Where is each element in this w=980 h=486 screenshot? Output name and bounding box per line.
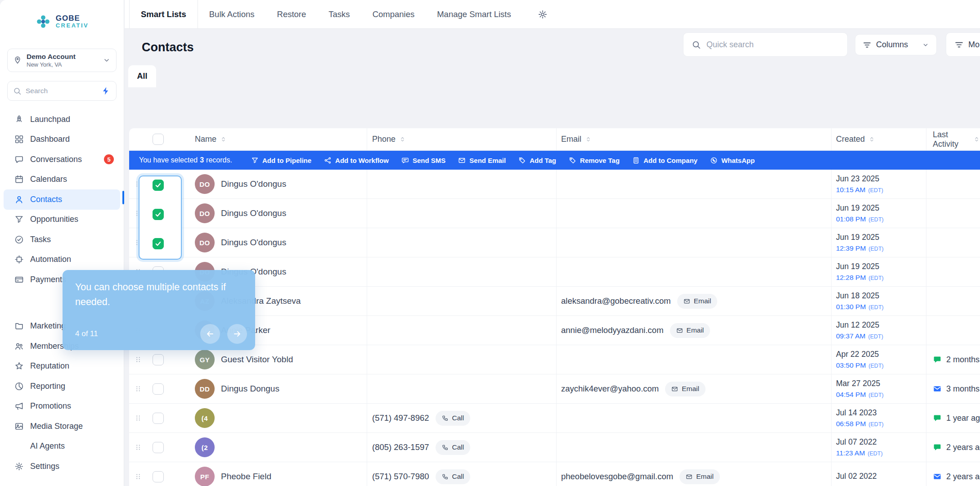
row-drag-handle[interactable] <box>129 433 147 462</box>
sidebar-item-calendars[interactable]: Calendars <box>4 170 120 190</box>
column-header-name[interactable]: Name <box>169 128 367 150</box>
sidebar-item-settings[interactable]: Settings <box>4 456 120 477</box>
tab-companies[interactable]: Companies <box>361 0 426 28</box>
avatar: DO <box>195 174 215 194</box>
row-drag-handle[interactable] <box>129 404 147 432</box>
contact-name[interactable]: Dingus Dongus <box>221 384 279 394</box>
column-label: Created <box>836 135 865 144</box>
brand-logo: GOBE CREATIV <box>0 11 124 32</box>
sidebar-search[interactable] <box>7 81 117 101</box>
row-checkbox[interactable] <box>153 471 164 482</box>
call-button[interactable]: Call <box>436 411 471 426</box>
tab-restore[interactable]: Restore <box>266 0 318 28</box>
tooltip-prev-button[interactable] <box>200 324 220 344</box>
column-header-created[interactable]: Created <box>831 128 926 150</box>
contact-name[interactable]: Dingus O'dongus <box>221 238 286 248</box>
call-button[interactable]: Call <box>436 440 471 455</box>
contact-name[interactable]: Guest Visitor Yobld <box>221 355 293 364</box>
email-button[interactable]: Email <box>665 382 706 396</box>
sidebar-item-label: Calendars <box>30 175 67 184</box>
tab-all[interactable]: All <box>128 65 156 87</box>
row-checkbox[interactable] <box>153 354 164 365</box>
sort-icon <box>868 136 875 143</box>
columns-button[interactable]: Columns <box>855 34 937 55</box>
table-body: DODingus O'dongusJun 23 202510:15 AM(EDT… <box>129 170 980 486</box>
sidebar-item-contacts[interactable]: Contacts <box>4 189 120 210</box>
email-button[interactable]: Email <box>677 294 718 309</box>
sidebar-item-label: Reputation <box>30 361 69 371</box>
whatsapp-action[interactable]: WhatsApp <box>710 157 755 164</box>
email-button[interactable]: Email <box>670 323 710 338</box>
sidebar-item-media-storage[interactable]: Media Storage <box>4 416 120 436</box>
selected-row-checkbox[interactable] <box>153 180 164 191</box>
brand-logo-icon <box>35 14 51 30</box>
add-to-company-action[interactable]: Add to Company <box>632 157 697 164</box>
contact-name[interactable]: Dingus O'dongus <box>221 208 286 218</box>
add-to-pipeline-action[interactable]: Add to Pipeline <box>251 157 311 164</box>
more-filters-button[interactable]: Mo <box>946 32 980 57</box>
sidebar-item-tasks[interactable]: Tasks <box>4 230 120 250</box>
created-date: Jun 12 2025 <box>836 320 879 330</box>
table-row: GYGuest Visitor YobldApr 22 202503:50 PM… <box>129 345 980 374</box>
mail-filled-icon <box>933 472 942 481</box>
email-button[interactable]: Email <box>679 469 720 484</box>
send-email-action[interactable]: Send Email <box>458 157 506 164</box>
sidebar-search-input[interactable] <box>26 87 97 95</box>
account-switcher[interactable]: Demo Account New York, VA <box>7 49 117 72</box>
tooltip-next-button[interactable] <box>227 324 247 344</box>
created-cell: Jun 19 202512:39 PM(EDT) <box>831 228 926 257</box>
image-icon <box>14 422 24 431</box>
tab-tasks[interactable]: Tasks <box>317 0 361 28</box>
tab-smart-lists[interactable]: Smart Lists <box>129 0 198 28</box>
sidebar-item-promotions[interactable]: Promotions <box>4 396 120 417</box>
row-checkbox[interactable] <box>153 383 164 395</box>
chat-icon <box>14 155 24 164</box>
star-icon <box>14 361 24 371</box>
quick-search-input[interactable] <box>706 40 839 50</box>
ai-search-icon[interactable] <box>101 86 111 96</box>
created-date: Jul 07 2022 <box>836 437 877 447</box>
sidebar-item-reporting[interactable]: Reporting <box>4 376 120 396</box>
sidebar-item-ai-agents[interactable]: AI Agents <box>4 436 120 457</box>
gear-icon[interactable] <box>538 9 548 19</box>
last-activity-text: 1 year ago <box>946 414 980 423</box>
column-label: Email <box>561 135 581 144</box>
email-cell <box>556 433 831 462</box>
sidebar-item-opportunities[interactable]: Opportunities <box>4 210 120 230</box>
row-drag-handle[interactable] <box>129 462 147 486</box>
send-sms-action[interactable]: Send SMS <box>401 157 445 164</box>
contact-name[interactable]: Pheobe Field <box>221 472 271 482</box>
remove-tag-action[interactable]: Remove Tag <box>569 157 620 164</box>
contact-name[interactable]: Dingus O'dongus <box>221 179 286 189</box>
selected-row-checkbox[interactable] <box>153 238 164 249</box>
email-label: Email <box>682 385 699 393</box>
sidebar-item-launchpad[interactable]: Launchpad <box>4 109 120 130</box>
add-tag-action[interactable]: Add Tag <box>518 157 556 164</box>
sidebar-item-dashboard[interactable]: Dashboard <box>4 130 120 150</box>
created-cell: Jun 18 202501:30 PM(EDT) <box>831 287 926 315</box>
select-all-checkbox[interactable] <box>153 134 164 145</box>
sidebar-item-automation[interactable]: Automation <box>4 250 120 270</box>
add-to-workflow-action[interactable]: Add to Workflow <box>324 157 389 164</box>
tab-bulk-actions[interactable]: Bulk Actions <box>198 0 266 28</box>
quick-search[interactable] <box>683 32 848 57</box>
row-drag-handle[interactable] <box>129 374 147 403</box>
column-header-phone[interactable]: Phone <box>367 128 556 150</box>
table-row: DODingus O'dongusJun 19 202501:08 PM(EDT… <box>129 199 980 228</box>
created-time: 01:30 PM(EDT) <box>836 302 884 311</box>
last-activity-text: 3 months ago <box>946 384 980 394</box>
dots-icon <box>135 355 142 364</box>
avatar: PF <box>195 467 215 486</box>
arrow-left-icon <box>206 329 215 338</box>
column-header-last-activity[interactable]: Last Activity <box>926 128 980 150</box>
call-button[interactable]: Call <box>436 469 471 484</box>
sidebar-item-label: Tasks <box>30 235 51 244</box>
selected-row-checkbox[interactable] <box>153 209 164 220</box>
row-checkbox[interactable] <box>153 413 164 424</box>
sidebar-item-conversations[interactable]: Conversations5 <box>4 149 120 170</box>
column-header-email[interactable]: Email <box>556 128 831 150</box>
tab-manage-smart-lists[interactable]: Manage Smart Lists <box>426 0 522 28</box>
row-checkbox[interactable] <box>153 442 164 453</box>
sidebar-item-reputation[interactable]: Reputation <box>4 356 120 377</box>
name-cell: DODingus O'dongus <box>169 228 367 257</box>
